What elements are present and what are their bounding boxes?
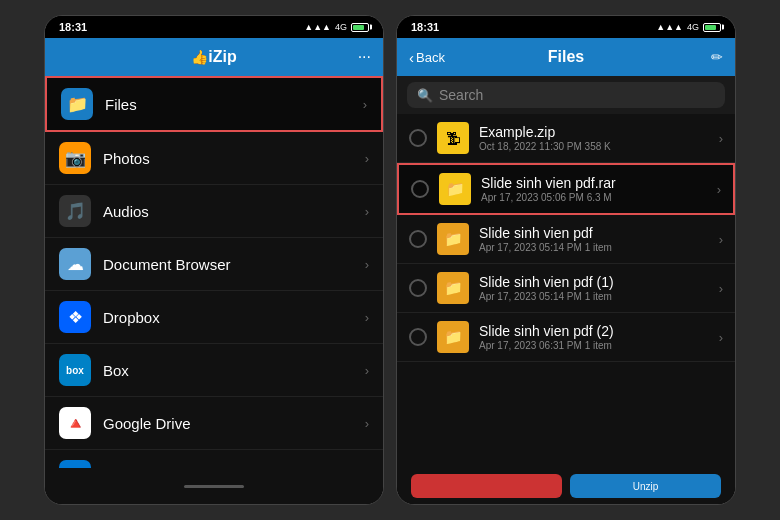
files-list: 🗜 Example.zip Oct 18, 2022 11:30 PM 358 … (397, 114, 735, 468)
dropbox-label: Dropbox (103, 309, 365, 326)
search-placeholder: Search (439, 87, 483, 103)
slide-pdf-2-info: Slide sinh vien pdf (2) Apr 17, 2023 06:… (479, 323, 719, 351)
audios-chevron: › (365, 204, 369, 219)
document-browser-icon: ☁ (59, 248, 91, 280)
file-item-slide-pdf-1[interactable]: 📁 Slide sinh vien pdf (1) Apr 17, 2023 0… (397, 264, 735, 313)
file-item-slide-pdf[interactable]: 📁 Slide sinh vien pdf Apr 17, 2023 05:14… (397, 215, 735, 264)
dropbox-icon: ❖ (59, 301, 91, 333)
more-icon[interactable]: ··· (358, 48, 371, 66)
menu-item-document-browser[interactable]: ☁ Document Browser › (45, 238, 383, 291)
wifi-icon: 4G (335, 22, 347, 32)
slide-rar-meta: Apr 17, 2023 05:06 PM 6.3 M (481, 192, 717, 203)
right-battery-icon (703, 23, 721, 32)
menu-item-audios[interactable]: 🎵 Audios › (45, 185, 383, 238)
search-input-container[interactable]: 🔍 Search (407, 82, 725, 108)
left-bottom-bar (45, 468, 383, 504)
menu-item-google-drive[interactable]: 🔺 Google Drive › (45, 397, 383, 450)
files-icon: 📁 (61, 88, 93, 120)
screenshot-container: 18:31 ▲▲▲ 4G 👍 iZip ··· 📁 Fil (0, 0, 780, 520)
left-status-time: 18:31 (59, 21, 87, 33)
left-home-indicator (184, 485, 244, 488)
audios-icon: 🎵 (59, 195, 91, 227)
document-browser-chevron: › (365, 257, 369, 272)
left-menu-list: 📁 Files › 📷 Photos › 🎵 Audios › (45, 76, 383, 468)
slide-pdf-1-icon: 📁 (437, 272, 469, 304)
photos-label: Photos (103, 150, 365, 167)
left-header-title: iZip (208, 48, 236, 66)
example-zip-chevron: › (719, 131, 723, 146)
file-radio-slide-pdf[interactable] (409, 230, 427, 248)
search-icon: 🔍 (417, 88, 433, 103)
files-chevron: › (363, 97, 367, 112)
slide-pdf-2-meta: Apr 17, 2023 06:31 PM 1 item (479, 340, 719, 351)
menu-item-box[interactable]: box Box › (45, 344, 383, 397)
slide-rar-info: Slide sinh vien pdf.rar Apr 17, 2023 05:… (481, 175, 717, 203)
search-bar: 🔍 Search (397, 76, 735, 114)
right-4g-icon: 4G (687, 22, 699, 32)
slide-pdf-chevron: › (719, 232, 723, 247)
google-drive-chevron: › (365, 416, 369, 431)
edit-icon[interactable]: ✏ (711, 49, 723, 65)
slide-rar-icon: 📁 (439, 173, 471, 205)
unzip-button[interactable]: Unzip (570, 474, 721, 498)
menu-item-photos[interactable]: 📷 Photos › (45, 132, 383, 185)
example-zip-meta: Oct 18, 2022 11:30 PM 358 K (479, 141, 719, 152)
file-radio-slide-pdf-2[interactable] (409, 328, 427, 346)
left-header-left-icon[interactable]: 👍 (191, 49, 208, 65)
left-status-bar: 18:31 ▲▲▲ 4G (45, 16, 383, 38)
menu-item-dropbox[interactable]: ❖ Dropbox › (45, 291, 383, 344)
slide-pdf-meta: Apr 17, 2023 05:14 PM 1 item (479, 242, 719, 253)
left-header: 👍 iZip ··· (45, 38, 383, 76)
audios-label: Audios (103, 203, 365, 220)
slide-pdf-2-icon: 📁 (437, 321, 469, 353)
right-phone: 18:31 ▲▲▲ 4G ‹ Back Files ✏ 🔍 (396, 15, 736, 505)
file-radio-slide-pdf-1[interactable] (409, 279, 427, 297)
right-status-time: 18:31 (411, 21, 439, 33)
photos-chevron: › (365, 151, 369, 166)
right-status-bar: 18:31 ▲▲▲ 4G (397, 16, 735, 38)
box-icon: box (59, 354, 91, 386)
right-status-icons: ▲▲▲ 4G (656, 22, 721, 32)
menu-item-onedrive[interactable]: ☁ OneDrive › (45, 450, 383, 468)
onedrive-label: OneDrive (103, 468, 365, 469)
right-bottom-bar: Unzip (397, 468, 735, 504)
slide-pdf-icon: 📁 (437, 223, 469, 255)
google-drive-icon: 🔺 (59, 407, 91, 439)
file-radio-slide-rar[interactable] (411, 180, 429, 198)
file-item-slide-pdf-2[interactable]: 📁 Slide sinh vien pdf (2) Apr 17, 2023 0… (397, 313, 735, 362)
google-drive-label: Google Drive (103, 415, 365, 432)
document-browser-label: Document Browser (103, 256, 365, 273)
dropbox-chevron: › (365, 310, 369, 325)
cancel-button[interactable] (411, 474, 562, 498)
slide-pdf-1-meta: Apr 17, 2023 05:14 PM 1 item (479, 291, 719, 302)
photos-icon: 📷 (59, 142, 91, 174)
file-item-slide-rar[interactable]: 📁 Slide sinh vien pdf.rar Apr 17, 2023 0… (397, 163, 735, 215)
back-chevron-icon: ‹ (409, 49, 414, 66)
box-label: Box (103, 362, 365, 379)
slide-pdf-2-chevron: › (719, 330, 723, 345)
right-signal-icon: ▲▲▲ (656, 22, 683, 32)
slide-rar-chevron: › (717, 182, 721, 197)
right-header: ‹ Back Files ✏ (397, 38, 735, 76)
example-zip-info: Example.zip Oct 18, 2022 11:30 PM 358 K (479, 124, 719, 152)
menu-item-files[interactable]: 📁 Files › (45, 76, 383, 132)
example-zip-name: Example.zip (479, 124, 719, 140)
right-header-right: ✏ (711, 49, 723, 65)
file-radio-example-zip[interactable] (409, 129, 427, 147)
left-status-icons: ▲▲▲ 4G (304, 22, 369, 32)
onedrive-icon: ☁ (59, 460, 91, 468)
back-label: Back (416, 50, 445, 65)
left-header-right-icons: ··· (358, 48, 371, 66)
battery-icon (351, 23, 369, 32)
back-button[interactable]: ‹ Back (409, 49, 445, 66)
slide-pdf-1-info: Slide sinh vien pdf (1) Apr 17, 2023 05:… (479, 274, 719, 302)
slide-pdf-1-name: Slide sinh vien pdf (1) (479, 274, 719, 290)
slide-pdf-1-chevron: › (719, 281, 723, 296)
left-phone: 18:31 ▲▲▲ 4G 👍 iZip ··· 📁 Fil (44, 15, 384, 505)
box-chevron: › (365, 363, 369, 378)
slide-pdf-2-name: Slide sinh vien pdf (2) (479, 323, 719, 339)
right-header-title: Files (548, 48, 584, 66)
slide-rar-name: Slide sinh vien pdf.rar (481, 175, 717, 191)
file-item-example-zip[interactable]: 🗜 Example.zip Oct 18, 2022 11:30 PM 358 … (397, 114, 735, 163)
files-label: Files (105, 96, 363, 113)
